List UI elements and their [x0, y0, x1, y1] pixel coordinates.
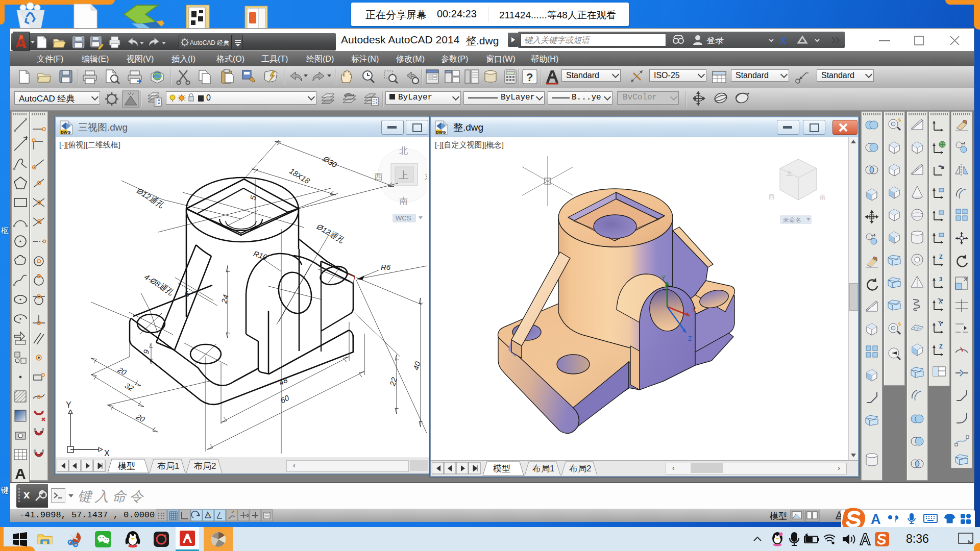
svg-text:R6: R6 [381, 263, 391, 271]
svg-text:布局2: 布局2 [193, 461, 216, 471]
svg-text:模型: 模型 [118, 461, 135, 471]
svg-text:X: X [778, 34, 788, 47]
svg-text:DWG: DWG [436, 130, 446, 135]
svg-text:登录: 登录 [706, 36, 724, 45]
svg-text:西: 西 [769, 193, 775, 201]
svg-text:上: 上 [786, 170, 792, 177]
svg-text:南: 南 [399, 196, 408, 206]
svg-text:[-][俯视][二维线框]: [-][俯视][二维线框] [59, 140, 120, 149]
svg-text:[-][自定义视图][概念]: [-][自定义视图][概念] [435, 140, 504, 149]
svg-text:DWG: DWG [61, 130, 71, 135]
svg-text:北: 北 [399, 146, 408, 156]
svg-text:未命名: 未命名 [783, 216, 801, 223]
svg-text:西: 西 [374, 172, 383, 182]
svg-text:A: A [871, 512, 881, 527]
svg-text:上: 上 [399, 170, 408, 181]
svg-text:X: X [692, 307, 696, 314]
svg-text:Y: Y [662, 274, 666, 282]
svg-text:X: X [104, 449, 110, 456]
svg-text:模型: 模型 [493, 464, 510, 473]
svg-text:东: 东 [424, 172, 427, 182]
svg-text:布局1: 布局1 [157, 461, 179, 471]
svg-text:Z: Z [688, 335, 692, 342]
svg-text:WCS: WCS [396, 214, 411, 222]
svg-text:南: 南 [820, 193, 826, 201]
svg-text:Y: Y [66, 400, 71, 409]
svg-text:布局1: 布局1 [532, 464, 554, 473]
svg-text:布局2: 布局2 [569, 464, 591, 473]
